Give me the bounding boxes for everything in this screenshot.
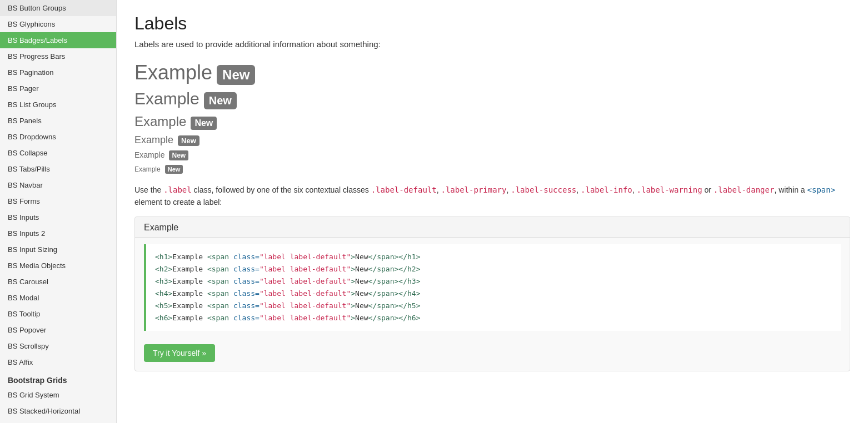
sidebar-item[interactable]: BS Inputs 2 bbox=[0, 225, 116, 241]
sidebar-section-header: Bootstrap Grids bbox=[0, 370, 116, 387]
sidebar-grid-item[interactable]: BS Grid System bbox=[0, 387, 116, 403]
code-example-box: Example <h1>Example <span class="label l… bbox=[134, 216, 850, 372]
sidebar-item[interactable]: BS Button Groups bbox=[0, 0, 116, 16]
description-part: element to create a label: bbox=[134, 198, 222, 207]
code-line: <h2>Example <span class="label label-def… bbox=[155, 263, 832, 275]
sidebar-grid-item[interactable]: BS Stacked/Horizontal bbox=[0, 403, 116, 419]
examples-container: ExampleNewExampleNewExampleNewExampleNew… bbox=[134, 61, 850, 174]
sidebar-item[interactable]: BS Scrollspy bbox=[0, 338, 116, 354]
example-text: Example bbox=[134, 165, 161, 173]
code-line: <h4>Example <span class="label label-def… bbox=[155, 288, 832, 300]
sidebar-item[interactable]: BS Navbar bbox=[0, 177, 116, 193]
example-text: Example bbox=[134, 114, 186, 129]
code-block: <h1>Example <span class="label label-def… bbox=[144, 244, 841, 331]
description-part: .label-warning bbox=[637, 185, 702, 194]
label-badge: New bbox=[217, 65, 255, 85]
code-line: <h3>Example <span class="label label-def… bbox=[155, 275, 832, 288]
sidebar-grid-item[interactable]: BS Grid Small bbox=[0, 419, 116, 423]
description-part: class, followed by one of the six contex… bbox=[192, 185, 371, 194]
page-title: Labels bbox=[134, 13, 850, 34]
subtitle: Labels are used to provide additional in… bbox=[134, 39, 850, 49]
description-part: , bbox=[576, 185, 581, 194]
example-row: ExampleNew bbox=[134, 165, 850, 174]
description-part: .label-success bbox=[511, 185, 576, 194]
description-part: .label-info bbox=[581, 185, 632, 194]
code-example-title: Example bbox=[144, 223, 178, 232]
description-part: .label-danger bbox=[714, 185, 775, 194]
code-line: <h1>Example <span class="label label-def… bbox=[155, 251, 832, 263]
sidebar: BS Button GroupsBS GlyphiconsBS Badges/L… bbox=[0, 0, 117, 423]
code-line: <h5>Example <span class="label label-def… bbox=[155, 300, 832, 312]
label-badge: New bbox=[191, 117, 217, 130]
try-it-button[interactable]: Try it Yourself » bbox=[144, 344, 215, 362]
example-text: Example bbox=[134, 150, 164, 159]
sidebar-item[interactable]: BS Input Sizing bbox=[0, 241, 116, 258]
example-row: ExampleNew bbox=[134, 114, 850, 130]
label-badge: New bbox=[204, 92, 237, 109]
example-row: ExampleNew bbox=[134, 134, 850, 146]
example-text: Example bbox=[134, 61, 212, 84]
description-part: or bbox=[702, 185, 714, 194]
sidebar-item[interactable]: BS Inputs bbox=[0, 209, 116, 225]
sidebar-item[interactable]: BS Popover bbox=[0, 322, 116, 338]
sidebar-item[interactable]: BS Carousel bbox=[0, 274, 116, 290]
description-text: Use the .label class, followed by one of… bbox=[134, 184, 850, 209]
sidebar-item[interactable]: BS Tooltip bbox=[0, 306, 116, 322]
sidebar-item[interactable]: BS Forms bbox=[0, 193, 116, 209]
sidebar-item[interactable]: BS Glyphicons bbox=[0, 16, 116, 32]
description-part: <span> bbox=[807, 185, 836, 194]
description-part: .label bbox=[163, 185, 192, 194]
example-row: ExampleNew bbox=[134, 61, 850, 85]
example-text: Example bbox=[134, 134, 173, 146]
sidebar-item[interactable]: BS Tabs/Pills bbox=[0, 161, 116, 177]
description-part: .label-primary bbox=[441, 185, 506, 194]
code-line: <h6>Example <span class="label label-def… bbox=[155, 312, 832, 324]
description-part: Use the bbox=[134, 185, 163, 194]
description-part: .label-default bbox=[371, 185, 437, 194]
sidebar-item[interactable]: BS List Groups bbox=[0, 97, 116, 113]
sidebar-item[interactable]: BS Collapse bbox=[0, 145, 116, 161]
label-badge: New bbox=[165, 165, 183, 174]
description-part: , bbox=[632, 185, 637, 194]
label-badge: New bbox=[169, 150, 188, 160]
sidebar-item[interactable]: BS Dropdowns bbox=[0, 129, 116, 145]
main-content: Labels Labels are used to provide additi… bbox=[117, 0, 868, 423]
sidebar-item[interactable]: BS Progress Bars bbox=[0, 48, 116, 64]
example-row: ExampleNew bbox=[134, 150, 850, 160]
sidebar-item[interactable]: BS Pagination bbox=[0, 64, 116, 80]
example-text: Example bbox=[134, 89, 199, 108]
label-badge: New bbox=[178, 135, 199, 146]
sidebar-item[interactable]: BS Pager bbox=[0, 80, 116, 97]
sidebar-item[interactable]: BS Affix bbox=[0, 354, 116, 370]
description-part: , within a bbox=[774, 185, 807, 194]
sidebar-item[interactable]: BS Modal bbox=[0, 290, 116, 306]
sidebar-item[interactable]: BS Panels bbox=[0, 113, 116, 129]
code-example-header: Example bbox=[135, 217, 850, 238]
sidebar-item[interactable]: BS Badges/Labels bbox=[0, 32, 116, 48]
example-row: ExampleNew bbox=[134, 89, 850, 109]
sidebar-item[interactable]: BS Media Objects bbox=[0, 258, 116, 274]
